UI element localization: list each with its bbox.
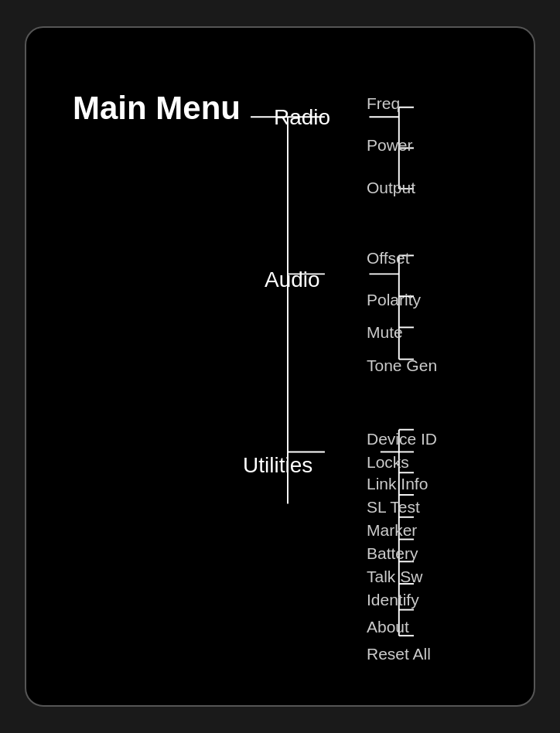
main-container: Main Menu [25,26,535,707]
sub-item-battery: Battery [367,544,418,563]
sub-item-offset: Offset [367,249,410,268]
main-menu-title: Main Menu [73,90,241,127]
category-audio: Audio [265,268,320,292]
sub-item-locks: Locks [367,453,409,472]
sub-item-polarity: Polarity [367,291,421,309]
sub-item-freq: Freq [367,94,400,113]
sub-item-identify: Identify [367,591,419,609]
category-radio: Radio [274,105,330,130]
tree-lines [73,66,503,674]
sub-item-reset-all: Reset All [367,645,431,663]
sub-item-link-info: Link Info [367,475,428,493]
category-utilities: Utilities [243,453,312,478]
sub-item-tone-gen: Tone Gen [367,356,437,375]
sub-item-mute: Mute [367,323,403,342]
sub-item-device-id: Device ID [367,430,437,448]
sub-item-sl-test: SL Test [367,498,420,517]
menu-container: Main Menu [73,66,503,674]
sub-item-output: Output [367,179,415,197]
sub-item-talk-sw: Talk Sw [367,568,422,586]
sub-item-marker: Marker [367,521,417,540]
sub-item-power: Power [367,136,413,155]
sub-item-about: About [367,618,409,636]
